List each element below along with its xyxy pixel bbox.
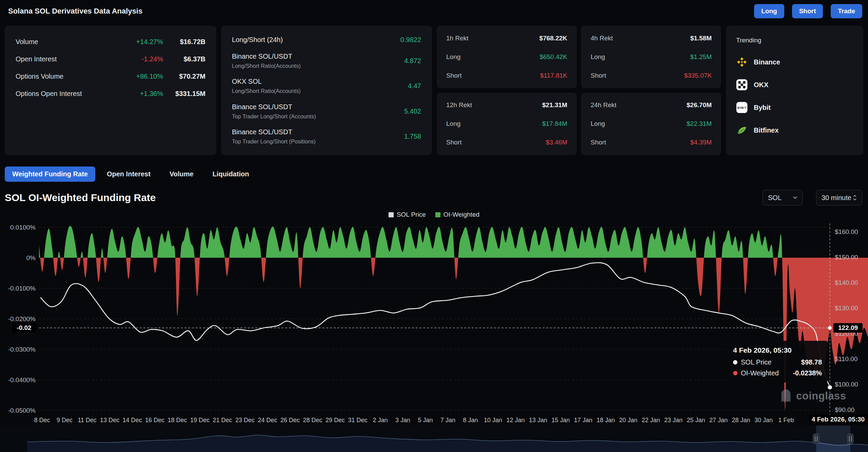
- ls-row-top-trader-positions: Binance SOL/USDT Top Trader Long/Short (…: [232, 128, 421, 145]
- y-axis-label-right: $110.00: [835, 355, 857, 362]
- ls-label: Long/Short (24h): [232, 36, 400, 44]
- okx-icon: [736, 79, 748, 91]
- trending-item-label: OKX: [754, 81, 768, 89]
- funding-rate-chart[interactable]: 0.0100%0%-0.0100%-0.0200%-0.0300%-0.0400…: [0, 222, 868, 426]
- x-axis-label: 20 Jan: [619, 417, 637, 424]
- x-axis-label: 13 Jan: [529, 417, 547, 424]
- x-axis-label: 17 Jan: [574, 417, 592, 424]
- y-axis-label-left: 0%: [26, 254, 36, 261]
- legend-label: SOL Price: [397, 211, 426, 218]
- x-axis-label: 28 Dec: [303, 417, 322, 424]
- trending-item-bybit[interactable]: BYB!T Bybit: [736, 102, 853, 113]
- tab-liquidation[interactable]: Liquidation: [205, 166, 257, 182]
- y-axis-label-right: $100.00: [835, 381, 858, 388]
- x-axis-label: 31 Dec: [348, 417, 367, 424]
- stat-change: +14.27%: [117, 38, 163, 46]
- y-axis-label-right: $90.00: [835, 406, 854, 413]
- tooltip-value: -0.0238%: [793, 369, 822, 377]
- trending-item-okx[interactable]: OKX: [736, 79, 853, 91]
- rekt-title: 4h Rekt: [591, 35, 613, 42]
- rekt-total: $768.22K: [539, 35, 567, 42]
- x-axis-label: 23 Jan: [664, 417, 683, 424]
- rekt-long-value: $1.25M: [690, 53, 712, 61]
- symbol-select[interactable]: SOL: [763, 190, 803, 205]
- chevron-down-icon: [793, 196, 797, 199]
- ls-label: Binance SOL/USDT: [232, 53, 404, 60]
- x-axis-label: 23 Dec: [235, 417, 255, 424]
- stat-value: $331.15M: [163, 90, 205, 98]
- tab-open-interest[interactable]: Open Interest: [99, 166, 158, 182]
- x-axis-label: 5 Jan: [418, 417, 433, 424]
- short-button[interactable]: Short: [792, 4, 823, 18]
- ls-row-okx-accounts: OKX SOL Long/Short Ratio(Accounts) 4.47: [232, 78, 421, 94]
- stat-value: $70.27M: [163, 73, 205, 80]
- x-axis-label: 25 Jan: [687, 417, 705, 424]
- svg-text:BYB!T: BYB!T: [737, 106, 747, 110]
- ls-row-binance-accounts: Binance SOL/USDT Long/Short Ratio(Accoun…: [232, 53, 421, 69]
- long-button[interactable]: Long: [754, 4, 784, 18]
- rekt-short-value: $3.46M: [546, 139, 567, 146]
- tab-volume[interactable]: Volume: [162, 166, 201, 182]
- trending-card: Trending Binance OKX BYB!T Bybit: [726, 26, 863, 155]
- rekt-card-1h: 1h Rekt$768.22K Long$650.42K Short$117.8…: [437, 26, 577, 88]
- stat-value: $16.72B: [163, 38, 205, 46]
- chart-navigator[interactable]: [0, 426, 868, 452]
- trending-item-label: Binance: [754, 58, 780, 66]
- binance-icon: [736, 56, 748, 68]
- x-axis-label: 2 Jan: [373, 417, 388, 424]
- rekt-short-value: $4.39M: [690, 139, 712, 146]
- x-axis-label: 7 Jan: [440, 417, 455, 424]
- rekt-card-24h: 24h Rekt$26.70M Long$22.31M Short$4.39M: [581, 93, 721, 155]
- ls-value: 4.872: [404, 57, 421, 65]
- x-axis-label: 28 Jan: [732, 417, 750, 424]
- rekt-long-label: Long: [446, 53, 460, 61]
- x-axis-label: 12 Jan: [506, 417, 525, 424]
- chart-tabs: Weighted Funding Rate Open Interest Volu…: [0, 155, 868, 182]
- y-axis-label-left: -0.0500%: [8, 407, 36, 414]
- x-axis-label: 10 Jan: [484, 417, 502, 424]
- rekt-card-12h: 12h Rekt$21.31M Long$17.84M Short$3.46M: [437, 93, 577, 155]
- x-axis-label: 14 Dec: [122, 417, 142, 424]
- rekt-total: $21.31M: [542, 101, 567, 109]
- chart-tooltip: 4 Feb 2026, 05:30 SOL Price $98.78 OI-We…: [727, 341, 828, 382]
- oi-weighted-area-positive: [39, 226, 868, 410]
- stat-change: -1.24%: [117, 55, 163, 63]
- navigator-selected-range[interactable]: [816, 426, 850, 452]
- x-axis-label: 9 Dec: [57, 417, 73, 424]
- chart-title: SOL OI-Weighted Funding Rate: [5, 192, 156, 203]
- stat-value: $6.37B: [163, 55, 205, 63]
- legend-oi-weighted[interactable]: OI-Weighted: [435, 211, 479, 218]
- sol-price-line: [41, 263, 830, 387]
- trending-item-label: Bybit: [754, 104, 771, 112]
- tooltip-dot-oi: [733, 371, 737, 375]
- trending-item-binance[interactable]: Binance: [736, 56, 853, 68]
- navigator-handle-right[interactable]: [847, 434, 853, 444]
- x-axis-label: 16 Dec: [145, 417, 164, 424]
- y-axis-label-right: $160.00: [835, 228, 858, 235]
- stat-row-options-open-interest: Options Open Interest +1.36% $331.15M: [16, 90, 205, 98]
- tab-weighted-funding-rate[interactable]: Weighted Funding Rate: [5, 166, 95, 182]
- navigator-handle-left[interactable]: [813, 434, 819, 444]
- legend-label: OI-Weighted: [443, 211, 479, 218]
- bitfinex-icon: [736, 124, 748, 136]
- sol-price-swatch: [389, 212, 394, 217]
- y-axis-label-right: $150.00: [835, 254, 858, 261]
- page-title: Solana SOL Derivatives Data Analysis: [8, 7, 142, 16]
- rekt-total: $1.58M: [690, 35, 712, 42]
- x-axis-label: 8 Dec: [34, 417, 50, 424]
- y-axis-label-right: $130.00: [835, 304, 858, 312]
- trending-item-bitfinex[interactable]: Bitfinex: [736, 124, 853, 136]
- rekt-long-value: $650.42K: [540, 53, 567, 61]
- legend-sol-price[interactable]: SOL Price: [389, 211, 426, 218]
- stat-change: +86.10%: [117, 73, 163, 80]
- rekt-short-label: Short: [446, 72, 461, 79]
- x-axis-label: 1 Feb: [778, 417, 794, 424]
- x-axis-label: 29 Dec: [326, 417, 345, 424]
- interval-select[interactable]: 30 minute: [816, 190, 862, 205]
- ls-value: 1.758: [404, 133, 421, 140]
- chevron-up-down-icon: [853, 194, 857, 201]
- trade-button[interactable]: Trade: [831, 4, 862, 18]
- rekt-title: 12h Rekt: [446, 101, 472, 109]
- x-axis-label: 3 Jan: [395, 417, 410, 424]
- tooltip-row-oi-weighted: OI-Weighted -0.0238%: [733, 369, 822, 377]
